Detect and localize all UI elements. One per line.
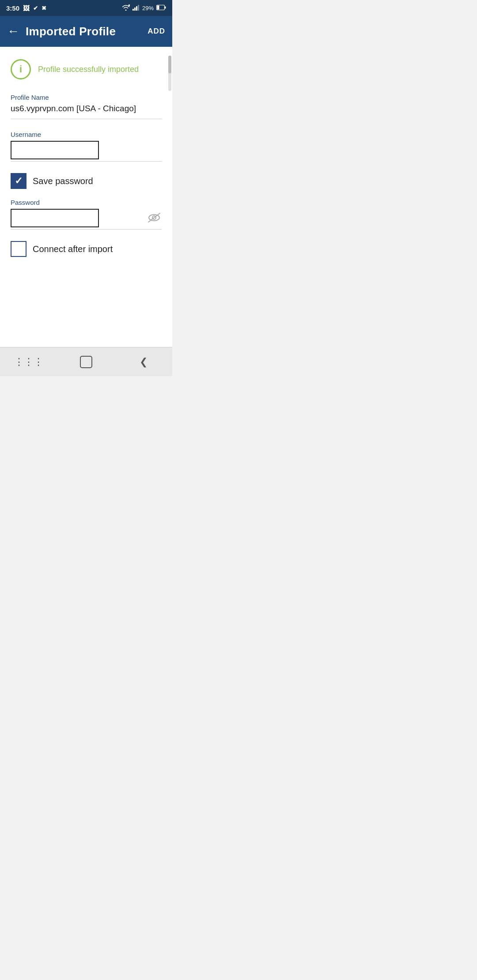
- status-bar: 3:50 🖼 ✔ ✖ 29%: [0, 0, 172, 16]
- close-icon: ✖: [42, 5, 46, 11]
- add-button[interactable]: ADD: [148, 27, 165, 36]
- password-input[interactable]: [11, 209, 99, 227]
- svg-rect-6: [165, 6, 166, 8]
- connect-after-import-row: ✓ Connect after import: [11, 241, 162, 257]
- photo-icon: 🖼: [23, 4, 30, 12]
- svg-rect-2: [134, 8, 136, 11]
- save-password-label: Save password: [33, 176, 93, 186]
- save-password-row: ✓ Save password: [11, 173, 162, 189]
- main-content: i Profile successfully imported Profile …: [0, 47, 172, 347]
- connect-after-import-checkbox[interactable]: ✓: [11, 241, 26, 257]
- svg-rect-3: [136, 6, 137, 11]
- save-password-checkbox[interactable]: ✓: [11, 173, 26, 189]
- nav-back-button[interactable]: ❮: [130, 351, 157, 373]
- profile-name-label: Profile Name: [11, 94, 162, 101]
- back-nav-icon: ❮: [140, 356, 148, 368]
- success-banner: i Profile successfully imported: [11, 59, 162, 79]
- svg-rect-4: [138, 5, 139, 11]
- scrollbar-track[interactable]: [168, 56, 171, 91]
- check-icon: ✔: [33, 5, 38, 11]
- svg-rect-1: [132, 9, 134, 11]
- toggle-password-icon[interactable]: [147, 212, 162, 226]
- home-icon: [80, 356, 92, 368]
- username-label: Username: [11, 131, 162, 138]
- password-label: Password: [11, 199, 162, 206]
- wifi-icon: [122, 4, 130, 12]
- back-button[interactable]: ←: [7, 25, 19, 38]
- success-text: Profile successfully imported: [38, 65, 139, 74]
- scrollbar-thumb: [168, 56, 171, 73]
- signal-icon: [132, 4, 140, 12]
- checkmark-icon: ✓: [15, 176, 23, 186]
- battery-percent: 29%: [142, 5, 154, 11]
- svg-rect-7: [157, 5, 159, 9]
- app-bar: ← Imported Profile ADD: [0, 16, 172, 47]
- info-icon: i: [19, 64, 22, 74]
- nav-recent-apps-button[interactable]: ⋮⋮⋮: [15, 351, 42, 373]
- status-time: 3:50: [6, 4, 19, 12]
- connect-after-import-label: Connect after import: [33, 244, 113, 254]
- info-icon-circle: i: [11, 59, 31, 79]
- page-title: Imported Profile: [26, 25, 148, 38]
- nav-home-button[interactable]: [73, 351, 99, 373]
- bottom-nav: ⋮⋮⋮ ❮: [0, 347, 172, 376]
- recent-apps-icon: ⋮⋮⋮: [14, 356, 43, 368]
- username-input[interactable]: [11, 141, 99, 159]
- battery-icon: [156, 5, 166, 11]
- profile-name-value: us6.vyprvpn.com [USA - Chicago]: [11, 104, 162, 117]
